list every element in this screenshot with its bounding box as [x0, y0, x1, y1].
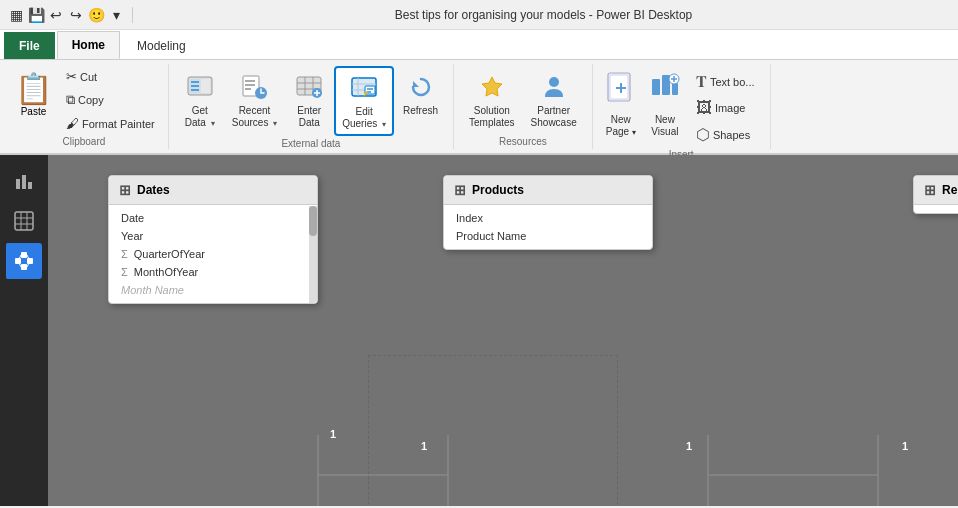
table-recent-title: Re... [942, 183, 958, 197]
format-painter-icon: 🖌 [66, 116, 79, 131]
shapes-button[interactable]: ⬡ Shapes [689, 122, 762, 147]
title-bar: ▦ 💾 ↩ ↪ 🙂 ▾ Best tips for organising you… [0, 0, 958, 30]
undo-icon[interactable]: ↩ [48, 7, 64, 23]
refresh-label: Refresh [403, 105, 438, 117]
ribbon-group-resources: SolutionTemplates PartnerShowcase Resour… [454, 64, 593, 149]
clipboard-small-buttons: ✂ Cut ⧉ Copy 🖌 Format Painter [61, 66, 160, 134]
table-products: ⊞ Products Index Product Name [443, 175, 653, 250]
save-icon[interactable]: 💾 [28, 7, 44, 23]
text-box-label: Text bo... [710, 76, 755, 88]
image-button[interactable]: 🖼 Image [689, 96, 762, 120]
table-row: Σ MonthOfYear [109, 263, 317, 281]
svg-rect-49 [21, 252, 27, 258]
shapes-label: Shapes [713, 129, 750, 141]
svg-rect-42 [15, 212, 33, 230]
svg-rect-40 [22, 175, 26, 189]
table-row: Product Name [444, 227, 652, 245]
canvas-container: 1 1 1 1 ⊞ Dates Date Year Σ QuarterOfYea… [0, 155, 958, 506]
new-page-label: NewPage ▾ [606, 114, 636, 138]
copy-icon: ⧉ [66, 92, 75, 108]
resources-group-label: Resources [499, 134, 547, 147]
table-row: Year [109, 227, 317, 245]
enter-data-button[interactable]: EnterData [286, 66, 332, 134]
edit-queries-label: EditQueries ▾ [342, 106, 386, 130]
svg-rect-3 [191, 81, 199, 83]
solution-templates-button[interactable]: SolutionTemplates [462, 66, 522, 134]
clipboard-group-label: Clipboard [62, 134, 105, 147]
svg-rect-2 [201, 79, 210, 93]
shapes-icon: ⬡ [696, 125, 710, 144]
table-products-body: Index Product Name [444, 205, 652, 249]
new-visual-label: NewVisual [651, 114, 678, 138]
svg-marker-27 [413, 81, 419, 87]
recent-sources-button[interactable]: RecentSources ▾ [225, 66, 284, 134]
svg-rect-8 [245, 84, 255, 86]
edit-queries-icon [348, 72, 380, 104]
sidebar-item-data[interactable] [6, 203, 42, 239]
text-box-button[interactable]: 𝐓 Text bo... [689, 70, 762, 94]
copy-button[interactable]: ⧉ Copy [61, 89, 160, 111]
image-label: Image [715, 102, 746, 114]
redo-icon[interactable]: ↪ [68, 7, 84, 23]
rel-label-1b: 1 [421, 440, 427, 452]
enter-data-icon [293, 71, 325, 103]
svg-rect-50 [21, 264, 27, 270]
svg-rect-4 [191, 85, 199, 87]
table-dates-icon: ⊞ [119, 182, 131, 198]
format-painter-label: Format Painter [82, 118, 155, 130]
rel-label-1a: 1 [330, 428, 336, 440]
sidebar-item-report[interactable] [6, 163, 42, 199]
cut-label: Cut [80, 71, 97, 83]
dates-scrollbar[interactable] [309, 206, 317, 303]
enter-data-label: EnterData [297, 105, 321, 129]
external-data-group-label: External data [281, 136, 340, 149]
title-bar-icons: ▦ 💾 ↩ ↪ 🙂 ▾ [8, 7, 137, 23]
edit-queries-button[interactable]: EditQueries ▾ [334, 66, 394, 136]
partner-showcase-button[interactable]: PartnerShowcase [524, 66, 584, 134]
refresh-button[interactable]: Refresh [396, 66, 445, 122]
cut-button[interactable]: ✂ Cut [61, 66, 160, 87]
table-recent: ⊞ Re... [913, 175, 958, 214]
table-recent-icon: ⊞ [924, 182, 936, 198]
ribbon-group-external-data: GetData ▾ RecentSources ▾ [169, 64, 454, 149]
table-recent-header: ⊞ Re... [914, 176, 958, 205]
tab-home[interactable]: Home [57, 31, 120, 59]
svg-rect-35 [672, 83, 678, 95]
paste-button[interactable]: 📋 Paste [8, 66, 59, 134]
table-recent-body [914, 205, 958, 213]
dates-scrollbar-thumb[interactable] [309, 206, 317, 236]
solution-templates-label: SolutionTemplates [469, 105, 515, 129]
new-page-icon [606, 71, 636, 112]
table-row: Month Name [109, 281, 317, 299]
partner-showcase-label: PartnerShowcase [531, 105, 577, 129]
text-box-icon: 𝐓 [696, 73, 707, 91]
refresh-icon [405, 71, 437, 103]
rel-label-1c: 1 [686, 440, 692, 452]
emoji-icon[interactable]: 🙂 [88, 7, 104, 23]
table-dates-header: ⊞ Dates [109, 176, 317, 205]
rel-label-1d: 1 [902, 440, 908, 452]
cut-icon: ✂ [66, 69, 77, 84]
get-data-label: GetData ▾ [185, 105, 215, 129]
sidebar-item-model[interactable] [6, 243, 42, 279]
ribbon-group-insert: NewPage ▾ NewVisual [593, 64, 771, 149]
get-data-button[interactable]: GetData ▾ [177, 66, 223, 134]
main-canvas: 1 1 1 1 ⊞ Dates Date Year Σ QuarterOfYea… [48, 155, 958, 506]
format-painter-button[interactable]: 🖌 Format Painter [61, 113, 160, 134]
new-visual-icon [650, 71, 680, 112]
new-visual-button[interactable]: NewVisual [645, 66, 685, 143]
svg-rect-9 [245, 88, 251, 90]
ribbon-group-clipboard: 📋 Paste ✂ Cut ⧉ Copy 🖌 Format Painter Cl… [0, 64, 169, 149]
copy-label: Copy [78, 94, 104, 106]
dropdown-icon[interactable]: ▾ [108, 7, 124, 23]
svg-rect-5 [191, 89, 199, 91]
recent-sources-icon [238, 71, 270, 103]
svg-point-28 [549, 77, 559, 87]
new-page-button[interactable]: NewPage ▾ [601, 66, 641, 143]
solution-templates-icon [476, 71, 508, 103]
table-row: Σ QuarterOfYear [109, 245, 317, 263]
tab-file[interactable]: File [4, 32, 55, 59]
svg-rect-39 [16, 179, 20, 189]
tab-modeling[interactable]: Modeling [122, 32, 201, 59]
app-icon: ▦ [8, 7, 24, 23]
